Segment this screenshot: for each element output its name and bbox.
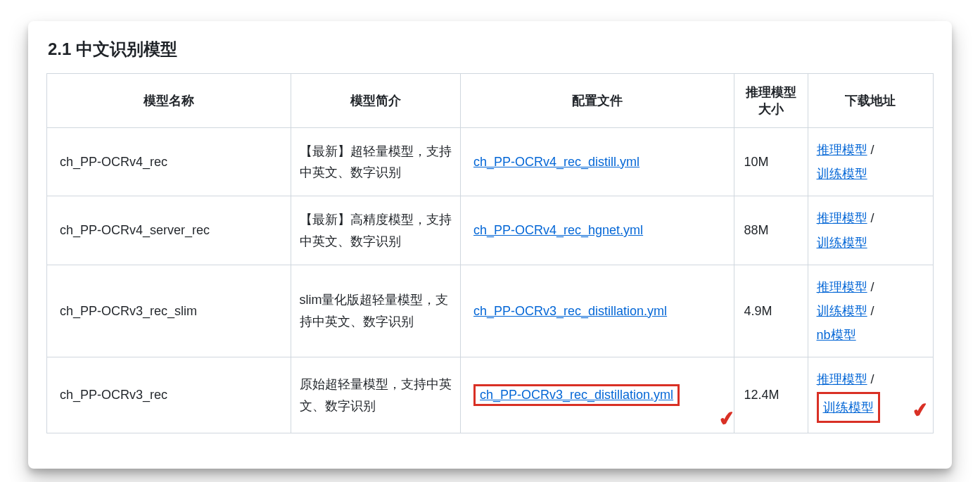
col-download: 下载地址 xyxy=(808,74,934,128)
table-row: ch_PP-OCRv3_rec原始超轻量模型，支持中英文、数字识别ch_PP-O… xyxy=(47,357,934,433)
train-model-link[interactable]: 训练模型 xyxy=(817,236,867,250)
table-row: ch_PP-OCRv3_rec_slimslim量化版超轻量模型，支持中英文、数… xyxy=(47,265,934,357)
cell-infer-size: 88M xyxy=(734,196,808,265)
cell-download: 推理模型 / 训练模型 xyxy=(808,196,934,265)
config-link[interactable]: ch_PP-OCRv3_rec_distillation.yml xyxy=(473,304,667,318)
document-card: 2.1 中文识别模型 模型名称 模型简介 配置文件 推理模型大小 下载地址 ch… xyxy=(28,21,952,469)
cell-model-intro: 【最新】超轻量模型，支持中英文、数字识别 xyxy=(291,128,461,196)
section-heading: 2.1 中文识别模型 xyxy=(48,38,934,61)
config-link[interactable]: ch_PP-OCRv4_rec_distill.yml xyxy=(473,155,639,169)
cell-config-file: ch_PP-OCRv3_rec_distillation.yml✔ xyxy=(461,357,734,433)
highlight-box: ch_PP-OCRv3_rec_distillation.yml xyxy=(473,384,680,406)
models-table: 模型名称 模型简介 配置文件 推理模型大小 下载地址 ch_PP-OCRv4_r… xyxy=(46,73,934,433)
table-header-row: 模型名称 模型简介 配置文件 推理模型大小 下载地址 xyxy=(47,74,934,128)
cell-model-name: ch_PP-OCRv3_rec xyxy=(47,357,291,433)
separator: / xyxy=(867,211,874,225)
col-model-intro: 模型简介 xyxy=(291,74,461,128)
cell-infer-size: 12.4M xyxy=(734,357,808,433)
col-config-file: 配置文件 xyxy=(461,74,734,128)
cell-model-name: ch_PP-OCRv3_rec_slim xyxy=(47,265,291,357)
nb-model-link[interactable]: nb模型 xyxy=(817,328,856,342)
train-model-link[interactable]: 训练模型 xyxy=(817,304,867,318)
cell-config-file: ch_PP-OCRv4_rec_distill.yml xyxy=(461,128,734,196)
infer-model-link[interactable]: 推理模型 xyxy=(817,211,867,225)
cell-download: 推理模型 / 训练模型✔ xyxy=(808,357,934,433)
cell-infer-size: 10M xyxy=(734,128,808,196)
infer-model-link[interactable]: 推理模型 xyxy=(817,372,867,386)
separator: / xyxy=(867,372,874,386)
cell-config-file: ch_PP-OCRv4_rec_hgnet.yml xyxy=(461,196,734,265)
cell-model-intro: 原始超轻量模型，支持中英文、数字识别 xyxy=(291,357,461,433)
config-link[interactable]: ch_PP-OCRv3_rec_distillation.yml xyxy=(480,388,673,402)
table-row: ch_PP-OCRv4_rec【最新】超轻量模型，支持中英文、数字识别ch_PP… xyxy=(47,128,934,196)
col-infer-size: 推理模型大小 xyxy=(734,74,808,128)
checkmark-icon: ✔ xyxy=(910,390,931,429)
train-model-link[interactable]: 训练模型 xyxy=(823,400,874,414)
cell-model-intro: 【最新】高精度模型，支持中英文、数字识别 xyxy=(291,196,461,265)
cell-download: 推理模型 / 训练模型 xyxy=(808,128,934,196)
separator: / xyxy=(867,143,874,157)
config-link[interactable]: ch_PP-OCRv4_rec_hgnet.yml xyxy=(473,223,643,237)
checkmark-icon: ✔ xyxy=(717,405,736,431)
cell-config-file: ch_PP-OCRv3_rec_distillation.yml xyxy=(461,265,734,357)
cell-model-name: ch_PP-OCRv4_server_rec xyxy=(47,196,291,265)
highlight-box: 训练模型 xyxy=(817,392,880,423)
infer-model-link[interactable]: 推理模型 xyxy=(817,280,867,294)
infer-model-link[interactable]: 推理模型 xyxy=(817,143,867,157)
cell-download: 推理模型 / 训练模型 / nb模型 xyxy=(808,265,934,357)
table-row: ch_PP-OCRv4_server_rec【最新】高精度模型，支持中英文、数字… xyxy=(47,196,934,265)
train-model-link[interactable]: 训练模型 xyxy=(817,167,867,181)
cell-model-name: ch_PP-OCRv4_rec xyxy=(47,128,291,196)
col-model-name: 模型名称 xyxy=(47,74,291,128)
cell-model-intro: slim量化版超轻量模型，支持中英文、数字识别 xyxy=(291,265,461,357)
separator: / xyxy=(867,304,874,318)
separator: / xyxy=(867,280,874,294)
cell-infer-size: 4.9M xyxy=(734,265,808,357)
